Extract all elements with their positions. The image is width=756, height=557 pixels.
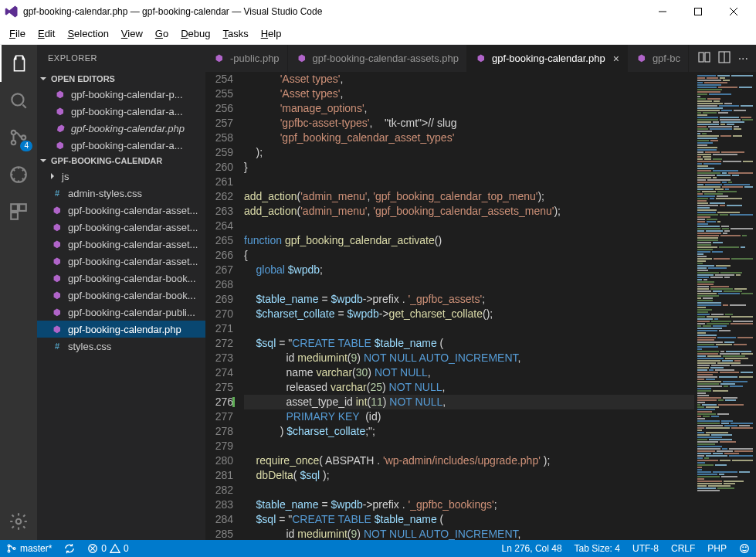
activity-explorer[interactable] xyxy=(0,45,37,82)
status-encoding[interactable]: UTF-8 xyxy=(626,540,665,557)
php-icon: ⬢ xyxy=(213,53,225,65)
chevron-down-icon xyxy=(40,159,46,162)
file-row[interactable]: ⬢gpf-booking-calendar.php xyxy=(37,321,205,338)
window-minimize[interactable] xyxy=(645,0,680,23)
file-row[interactable]: ⬢gpf-booking-calendar-publi... xyxy=(37,304,205,321)
php-icon: ⬢ xyxy=(51,306,63,318)
activity-extensions[interactable] xyxy=(0,193,37,230)
svg-point-14 xyxy=(8,550,10,552)
status-lang[interactable]: PHP xyxy=(701,540,733,557)
php-icon: ⬢ xyxy=(51,323,63,335)
php-icon: ⬢ xyxy=(51,238,63,250)
status-feedback[interactable] xyxy=(733,540,756,557)
file-row[interactable]: #admin-styles.css xyxy=(37,185,205,202)
svg-point-4 xyxy=(22,135,25,139)
chevron-right-icon xyxy=(51,173,54,179)
svg-rect-6 xyxy=(11,204,18,211)
activity-settings[interactable] xyxy=(0,503,37,540)
menu-bar: File Edit Selection View Go Debug Tasks … xyxy=(0,23,756,45)
css-icon: # xyxy=(51,187,63,199)
status-bar: master* 0 0 Ln 276, Col 48 Tab Size: 4 U… xyxy=(0,540,756,557)
activity-bar: 4 xyxy=(0,45,37,540)
file-row[interactable]: ⬢gpf-booking-calendar-asset... xyxy=(37,219,205,236)
editor-tab[interactable]: ⬢-public.php xyxy=(205,45,288,72)
status-sync[interactable] xyxy=(58,540,81,557)
svg-rect-8 xyxy=(11,212,18,219)
svg-rect-10 xyxy=(699,53,703,62)
php-icon: ⬢ xyxy=(296,53,308,65)
editor-tabs: ⬢-public.php⬢gpf-booking-calendar-assets… xyxy=(205,45,756,72)
php-icon: ⬢ xyxy=(475,53,487,65)
file-row[interactable]: ⬢gpf-booking-calendar-book... xyxy=(37,270,205,287)
open-editor-row[interactable]: ⬢gpf-booking-calendar-a... xyxy=(37,103,205,120)
chevron-down-icon xyxy=(40,77,46,80)
php-icon: ⬢ xyxy=(51,289,63,301)
menu-help[interactable]: Help xyxy=(255,25,288,42)
more-icon[interactable]: ··· xyxy=(738,52,748,66)
svg-point-17 xyxy=(741,545,749,553)
open-editor-row[interactable]: ⬢gpf-booking-calendar-p... xyxy=(37,86,205,103)
code-editor[interactable]: 2542552562572582592602612622632642652662… xyxy=(205,72,694,540)
window-close[interactable] xyxy=(716,0,751,23)
scm-badge: 4 xyxy=(20,141,32,151)
svg-point-9 xyxy=(16,519,22,525)
php-icon: ⬢ xyxy=(636,53,648,65)
php-icon: ⬢ xyxy=(51,272,63,284)
menu-edit[interactable]: Edit xyxy=(32,25,61,42)
activity-debug[interactable] xyxy=(0,156,37,193)
php-icon: ⬢ xyxy=(54,105,66,117)
file-row[interactable]: ⬢gpf-booking-calendar-asset... xyxy=(37,236,205,253)
svg-point-15 xyxy=(13,548,15,550)
open-editor-row[interactable]: ⬢gpf-booking-calendar.php xyxy=(37,120,205,137)
php-icon: ⬢ xyxy=(51,204,63,216)
menu-selection[interactable]: Selection xyxy=(61,25,114,42)
status-branch[interactable]: master* xyxy=(0,540,58,557)
sidebar-title: EXPLORER xyxy=(37,45,205,72)
menu-go[interactable]: Go xyxy=(149,25,175,42)
editor-tab[interactable]: ⬢gpf-booking-calendar-assets.php xyxy=(288,45,467,72)
svg-point-1 xyxy=(12,93,23,105)
window-title: gpf-booking-calendar.php — gpf-booking-c… xyxy=(23,6,645,17)
menu-file[interactable]: File xyxy=(3,25,32,42)
file-row[interactable]: ⬢gpf-booking-calendar-book... xyxy=(37,287,205,304)
svg-rect-7 xyxy=(19,204,26,211)
app-icon xyxy=(5,5,19,19)
svg-rect-11 xyxy=(705,53,710,62)
open-editors-header[interactable]: OPEN EDITORS xyxy=(37,72,205,86)
status-indent[interactable]: Tab Size: 4 xyxy=(568,540,626,557)
svg-point-2 xyxy=(12,131,15,134)
svg-point-19 xyxy=(745,547,746,548)
menu-view[interactable]: View xyxy=(115,25,149,42)
title-bar: gpf-booking-calendar.php — gpf-booking-c… xyxy=(0,0,756,23)
status-eol[interactable]: CRLF xyxy=(665,540,701,557)
activity-search[interactable] xyxy=(0,82,37,119)
compare-changes-icon[interactable] xyxy=(698,51,710,66)
explorer-sidebar: EXPLORER OPEN EDITORS ⬢gpf-booking-calen… xyxy=(37,45,205,540)
svg-point-13 xyxy=(8,545,10,547)
project-header[interactable]: GPF-BOOKING-CALENDAR xyxy=(37,154,205,168)
menu-debug[interactable]: Debug xyxy=(175,25,216,42)
status-problems[interactable]: 0 0 xyxy=(81,540,134,557)
file-row[interactable]: ⬢gpf-booking-calendar-asset... xyxy=(37,253,205,270)
split-editor-icon[interactable] xyxy=(718,51,731,66)
css-icon: # xyxy=(51,340,63,352)
php-icon: ⬢ xyxy=(51,221,63,233)
window-maximize[interactable] xyxy=(680,0,716,23)
file-row[interactable]: #styles.css xyxy=(37,338,205,355)
editor-tab[interactable]: ⬢gpf-bc xyxy=(628,45,689,72)
svg-rect-0 xyxy=(695,8,702,15)
menu-tasks[interactable]: Tasks xyxy=(216,25,254,42)
svg-point-18 xyxy=(743,547,744,548)
close-tab-icon[interactable]: × xyxy=(613,53,619,65)
svg-point-3 xyxy=(12,141,15,144)
folder-row[interactable]: js xyxy=(37,168,205,185)
file-row[interactable]: ⬢gpf-booking-calendar-asset... xyxy=(37,202,205,219)
activity-scm[interactable]: 4 xyxy=(0,119,37,156)
editor-tab[interactable]: ⬢gpf-booking-calendar.php× xyxy=(467,45,628,72)
minimap[interactable] xyxy=(694,72,756,540)
php-icon: ⬢ xyxy=(51,255,63,267)
php-icon: ⬢ xyxy=(54,122,66,134)
status-position[interactable]: Ln 276, Col 48 xyxy=(496,540,568,557)
open-editor-row[interactable]: ⬢gpf-booking-calendar-a... xyxy=(37,137,205,154)
php-icon: ⬢ xyxy=(54,139,66,151)
